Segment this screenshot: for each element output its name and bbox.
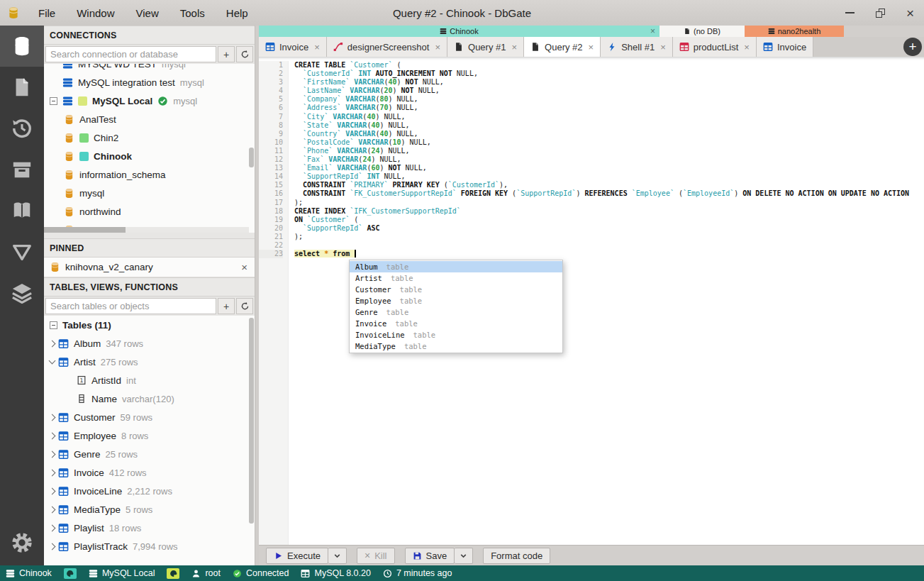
autocomplete-item[interactable]: MediaTypetable (350, 341, 562, 352)
column-row[interactable]: Name varchar(120) (44, 389, 255, 408)
format-code-button[interactable]: Format code (483, 548, 550, 564)
code-line[interactable]: `SupportRepId` ASC (294, 224, 924, 233)
code-line[interactable]: `FirstName` VARCHAR(40) NOT NULL, (294, 78, 924, 87)
code-line[interactable]: `City` VARCHAR(40) NULL, (294, 113, 924, 121)
code-line[interactable]: ); (294, 233, 924, 241)
sql-editor[interactable]: 1234567891011121314151617181920212223 CR… (259, 57, 924, 545)
execute-dropdown-button[interactable] (328, 548, 347, 564)
save-button[interactable]: Save (405, 548, 455, 564)
tables-group-row[interactable]: Tables (11) (44, 316, 255, 334)
rail-settings-gear-icon[interactable] (0, 520, 44, 565)
tab-group-nodb[interactable]: (no DB) (659, 26, 745, 37)
tables-search-input[interactable] (45, 298, 216, 314)
chevron-right-icon[interactable] (49, 543, 56, 550)
rail-layers-icon[interactable] (0, 272, 44, 314)
code-line[interactable]: ON `Customer` ( (294, 216, 924, 224)
close-tab-icon[interactable]: × (314, 42, 320, 52)
code-line[interactable] (294, 241, 924, 250)
connections-horizontal-scrollbar[interactable] (44, 227, 249, 233)
code-line[interactable]: `Fax` VARCHAR(24) NULL, (294, 155, 924, 164)
connection-row[interactable]: MySQL Local mysql (44, 92, 255, 110)
connection-row[interactable]: MySQL integration test mysql (44, 73, 255, 92)
code-line[interactable]: `CustomerId` INT AUTO_INCREMENT NOT NULL… (294, 70, 924, 78)
table-row[interactable]: Customer 59 rows (44, 408, 255, 426)
tab-group-chinook[interactable]: Chinook × (259, 26, 659, 37)
table-row[interactable]: MediaType 5 rows (44, 500, 255, 519)
minimize-icon[interactable] (845, 12, 855, 13)
menu-tools[interactable]: Tools (180, 7, 205, 19)
code-line[interactable]: CREATE INDEX `IFK_CustomerSupportRepId` (294, 207, 924, 216)
collapse-box-icon[interactable] (50, 321, 57, 329)
autocomplete-item[interactable]: Genretable (350, 306, 562, 318)
code-line[interactable]: select * from (294, 250, 924, 258)
chevron-right-icon[interactable] (49, 506, 56, 513)
close-tab-icon[interactable]: × (744, 42, 750, 52)
status-database[interactable]: Chinook (6, 568, 52, 578)
close-icon[interactable]: × (906, 9, 914, 18)
chevron-right-icon[interactable] (49, 524, 56, 531)
table-row[interactable]: Employee 8 rows (44, 426, 255, 445)
connections-vertical-scrollbar[interactable] (249, 148, 254, 167)
table-row[interactable]: InvoiceLine 2,212 rows (44, 482, 255, 500)
chevron-right-icon[interactable] (49, 487, 56, 494)
refresh-tables-icon[interactable] (236, 298, 253, 314)
close-tab-icon[interactable]: × (512, 42, 518, 52)
tab-query-2[interactable]: Query #2 × (524, 37, 601, 57)
code-line[interactable]: `Phone` VARCHAR(24) NULL, (294, 147, 924, 155)
database-row[interactable]: information_schema (44, 165, 255, 184)
status-last-refresh[interactable]: 7 minutes ago (383, 568, 452, 578)
chevron-right-icon[interactable] (49, 432, 56, 439)
tab-group-nano2health[interactable]: nano2health (745, 26, 844, 37)
rail-archive-icon[interactable] (0, 149, 44, 190)
chevron-right-icon[interactable] (49, 450, 56, 458)
tab-invoice[interactable]: Invoice × (259, 37, 327, 57)
autocomplete-item[interactable]: Albumtable (350, 261, 562, 272)
tab-shell-1[interactable]: Shell #1 × (601, 37, 673, 57)
pinned-item-row[interactable]: knihovna_v2_canary × (44, 258, 255, 277)
code-line[interactable]: `Email` VARCHAR(60) NOT NULL, (294, 164, 924, 172)
collapse-box-icon[interactable] (50, 97, 57, 105)
database-row[interactable]: northwind (44, 202, 255, 221)
code-line[interactable]: `Country` VARCHAR(40) NULL, (294, 130, 924, 138)
code-line[interactable]: `State` VARCHAR(40) NULL, (294, 121, 924, 130)
close-tab-icon[interactable]: × (660, 42, 666, 52)
database-row[interactable]: AnalTest (44, 110, 255, 128)
chevron-right-icon[interactable] (49, 340, 56, 347)
autocomplete-item[interactable]: Invoicetable (350, 318, 562, 329)
table-row[interactable]: Artist 275 rows (44, 353, 255, 371)
connection-row[interactable]: MYSQL WD TEST mysql (44, 64, 255, 73)
chevron-down-icon[interactable] (49, 358, 56, 365)
code-line[interactable]: CONSTRAINT `PRIMARY` PRIMARY KEY (`Custo… (294, 181, 924, 189)
chevron-right-icon[interactable] (49, 414, 56, 421)
kill-button[interactable]: × Kill (357, 548, 395, 564)
connection-color-palette-icon[interactable] (167, 568, 179, 579)
close-tab-icon[interactable]: × (435, 42, 440, 52)
tables-vertical-scrollbar[interactable] (249, 318, 254, 524)
table-row[interactable]: Playlist 18 rows (44, 519, 255, 537)
autocomplete-item[interactable]: InvoiceLinetable (350, 329, 562, 341)
save-dropdown-button[interactable] (455, 548, 473, 564)
status-connection[interactable]: MySQL Local (89, 568, 155, 578)
rail-filter-triangle-icon[interactable] (0, 231, 44, 272)
tab-productlist[interactable]: productList × (673, 37, 757, 57)
code-area[interactable]: CREATE TABLE `Customer` ( `CustomerId` I… (294, 61, 924, 258)
tab-designerscreenshot[interactable]: designerScreenshot × (327, 37, 447, 57)
autocomplete-item[interactable]: Employeetable (350, 295, 562, 306)
menu-help[interactable]: Help (226, 7, 248, 19)
database-row[interactable]: mysql (44, 184, 255, 202)
code-line[interactable]: CREATE TABLE `Customer` ( (294, 61, 924, 70)
code-line[interactable]: `Address` VARCHAR(70) NULL, (294, 104, 924, 112)
table-row[interactable]: Genre 25 rows (44, 445, 255, 463)
chevron-right-icon[interactable] (49, 469, 56, 476)
code-line[interactable]: `Company` VARCHAR(80) NULL, (294, 95, 924, 104)
tab-query-1[interactable]: Query #1 × (447, 37, 524, 57)
code-line[interactable]: `PostalCode` VARCHAR(10) NULL, (294, 138, 924, 147)
database-color-palette-icon[interactable] (64, 568, 77, 579)
database-row[interactable]: Chin2 (44, 128, 255, 147)
menu-file[interactable]: File (38, 7, 55, 19)
table-row[interactable]: Album 347 rows (44, 334, 255, 353)
column-row[interactable]: ArtistId int (44, 371, 255, 389)
add-object-button[interactable]: + (218, 298, 235, 314)
execute-button[interactable]: Execute (266, 548, 328, 564)
autocomplete-item[interactable]: Customertable (350, 284, 562, 295)
